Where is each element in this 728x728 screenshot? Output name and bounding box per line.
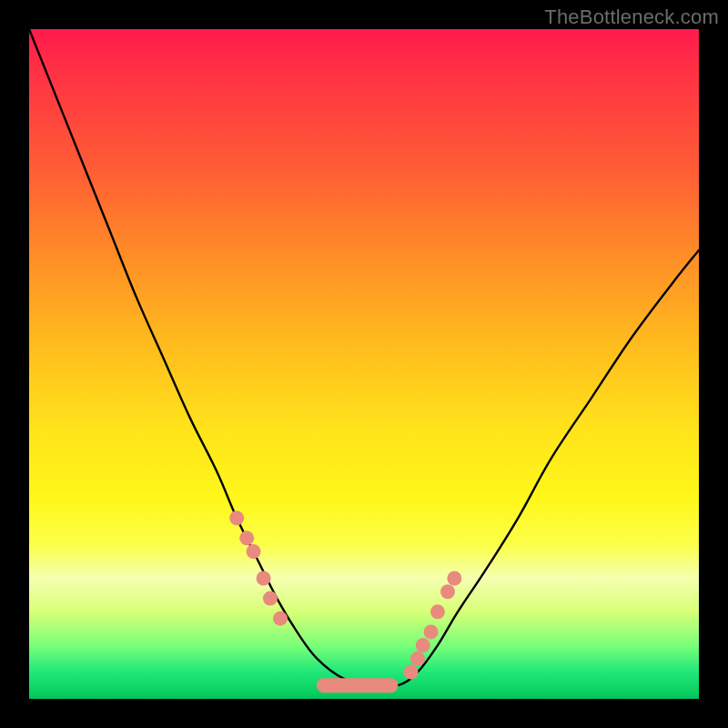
chart-svg (29, 29, 699, 699)
highlight-dot (273, 612, 288, 626)
highlight-dot (410, 652, 425, 666)
highlight-dot (447, 571, 461, 586)
highlight-dot (263, 592, 278, 606)
bottleneck-curve (29, 29, 699, 687)
highlight-dot (229, 511, 244, 525)
dots-layer (229, 511, 461, 679)
highlight-dot (239, 531, 254, 545)
highlight-dot (257, 571, 271, 586)
highlight-dot (440, 584, 455, 599)
highlight-dot (247, 544, 261, 559)
highlight-dot (416, 638, 430, 652)
watermark-text: TheBottleneck.com (544, 5, 719, 29)
curve-layer (29, 29, 699, 687)
highlight-dot (424, 624, 439, 639)
chart-frame: TheBottleneck.com (0, 0, 728, 728)
highlight-dot (430, 604, 445, 619)
plot-area (29, 29, 699, 699)
highlight-dot (404, 665, 419, 680)
